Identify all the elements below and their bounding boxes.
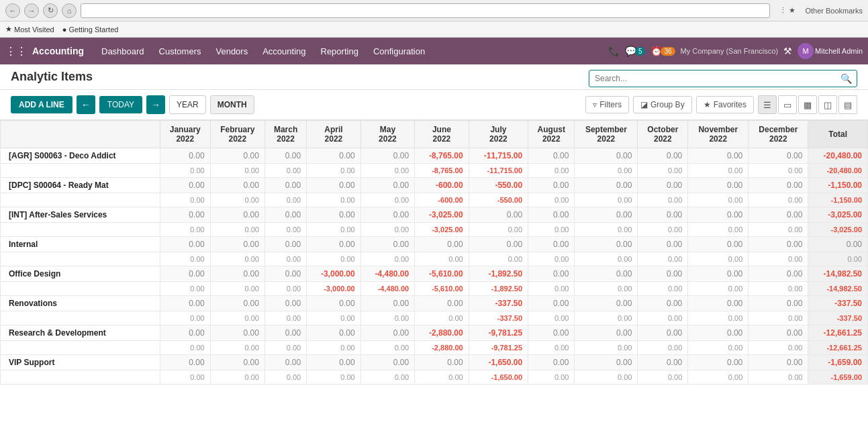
bookmark-getting-started[interactable]: ● Getting Started — [62, 26, 119, 34]
company-name[interactable]: My Company (San Francisco) — [681, 47, 779, 55]
chart-view-button[interactable]: ▩ — [798, 95, 817, 114]
cell-value: -5,610.00 — [415, 282, 469, 296]
cell-value: 0.00 — [749, 296, 808, 311]
grid-view-button[interactable]: ▤ — [838, 95, 857, 114]
search-input[interactable] — [589, 70, 857, 87]
cell-value: -1,659.00 — [808, 370, 868, 385]
favorites-button[interactable]: ★ Favorites — [696, 96, 754, 113]
bookmarks-bar: ★ Most Visited ● Getting Started — [0, 21, 868, 38]
cell-value: 0.00 — [688, 341, 749, 355]
cell-value: 0.00 — [160, 164, 210, 178]
cell-value: -9,781.25 — [469, 326, 528, 341]
today-button[interactable]: TODAY — [99, 96, 142, 113]
cell-value: 0.00 — [307, 148, 361, 164]
cell-value: 0.00 — [575, 355, 638, 370]
cell-value: 0.00 — [575, 148, 638, 164]
cell-value: 0.00 — [415, 311, 469, 326]
filters-button[interactable]: ▿ Filters — [585, 96, 629, 113]
cell-value: 0.00 — [575, 178, 638, 193]
cell-value: 0.00 — [307, 193, 361, 207]
year-button[interactable]: YEAR — [169, 95, 206, 114]
table-row: 0.000.000.000.000.00-8,765.00-11,715.000… — [1, 164, 868, 178]
cell-value: 0.00 — [160, 237, 210, 252]
cell-value: 0.00 — [210, 266, 264, 282]
col-header-jun: June2022 — [415, 121, 469, 148]
cell-value: 0.00 — [575, 223, 638, 237]
cell-value: 0.00 — [307, 164, 361, 178]
next-period-button[interactable]: → — [146, 95, 165, 114]
col-header-may: May2022 — [360, 121, 415, 148]
refresh-button[interactable]: ↻ — [43, 3, 58, 18]
cell-value: 0.00 — [307, 370, 361, 385]
nav-vendors[interactable]: Vendors — [209, 42, 254, 60]
cell-value: 0.00 — [210, 311, 264, 326]
cell-value: 0.00 — [749, 355, 808, 370]
cell-value: 0.00 — [528, 223, 575, 237]
view-icons: ☰ ▭ ▩ ◫ ▤ — [758, 95, 857, 114]
filter-icon: ▿ — [593, 100, 597, 109]
add-line-button[interactable]: ADD A LINE — [11, 96, 73, 113]
cell-value: 0.00 — [638, 355, 688, 370]
cell-value: 0.00 — [749, 326, 808, 341]
cell-value: -337.50 — [808, 296, 868, 311]
cell-value: -3,025.00 — [415, 207, 469, 223]
forward-button[interactable]: → — [24, 3, 39, 18]
col-header-aug: August2022 — [528, 121, 575, 148]
nav-dashboard[interactable]: Dashboard — [95, 42, 151, 60]
prev-period-button[interactable]: ← — [77, 95, 95, 114]
cell-value: 0.00 — [688, 266, 749, 282]
cell-value: -550.00 — [469, 178, 528, 193]
home-button[interactable]: ⌂ — [62, 3, 77, 18]
month-button[interactable]: MONTH — [210, 95, 254, 114]
activities-icon[interactable]: ⏰ 36 — [650, 46, 675, 56]
col-header-dec: December2022 — [749, 121, 808, 148]
nav-customers[interactable]: Customers — [152, 42, 208, 60]
cell-value: -12,661.25 — [808, 341, 868, 355]
phone-icon[interactable]: 📞 — [608, 46, 620, 56]
pivot-view-button[interactable]: ◫ — [818, 95, 837, 114]
table-row: [AGR] S00063 - Deco Addict0.000.000.000.… — [1, 148, 868, 164]
cell-value: 0.00 — [210, 296, 264, 311]
cell-value: 0.00 — [749, 282, 808, 296]
cell-value: 0.00 — [360, 178, 415, 193]
cell-value: 0.00 — [264, 223, 306, 237]
cell-value: 0.00 — [749, 252, 808, 266]
cell-value: 0.00 — [688, 296, 749, 311]
col-header-apr: April2022 — [307, 121, 361, 148]
apps-grid-icon[interactable]: ⋮⋮ — [5, 45, 27, 58]
cell-value: 0.00 — [160, 341, 210, 355]
group-by-button[interactable]: ◪ Group By — [633, 96, 692, 113]
table-row: Office Design0.000.000.00-3,000.00-4,480… — [1, 266, 868, 282]
url-bar[interactable] — [81, 3, 770, 18]
settings-icon[interactable]: ⚒ — [783, 46, 792, 56]
cell-value: 0.00 — [264, 207, 306, 223]
cell-value: 0.00 — [688, 193, 749, 207]
cell-value: 0.00 — [307, 252, 361, 266]
nav-reporting[interactable]: Reporting — [314, 42, 365, 60]
bookmark-most-visited[interactable]: ★ Most Visited — [5, 25, 54, 34]
cell-value: 0.00 — [360, 326, 415, 341]
nav-accounting[interactable]: Accounting — [256, 42, 312, 60]
back-button[interactable]: ← — [5, 3, 20, 18]
cell-value: 0.00 — [264, 148, 306, 164]
col-header-oct: October2022 — [638, 121, 688, 148]
cell-value: 0.00 — [469, 223, 528, 237]
kanban-view-button[interactable]: ▭ — [778, 95, 797, 114]
group-icon: ◪ — [640, 100, 648, 109]
table-row: Research & Development0.000.000.000.000.… — [1, 326, 868, 341]
cell-value: -600.00 — [415, 178, 469, 193]
cell-value: 0.00 — [638, 311, 688, 326]
cell-value: 0.00 — [210, 164, 264, 178]
cell-value: -8,765.00 — [415, 164, 469, 178]
table-row: 0.000.000.000.000.000.00-337.500.000.000… — [1, 311, 868, 326]
list-view-button[interactable]: ☰ — [758, 95, 777, 114]
cell-value: 0.00 — [575, 193, 638, 207]
cell-value: 0.00 — [528, 282, 575, 296]
user-avatar[interactable]: M Mitchell Admin — [798, 43, 863, 59]
cell-value: 0.00 — [210, 193, 264, 207]
nav-configuration[interactable]: Configuration — [367, 42, 432, 60]
table-row: Internal0.000.000.000.000.000.000.000.00… — [1, 237, 868, 252]
messages-icon[interactable]: 💬 5 — [625, 46, 646, 56]
cell-value: 0.00 — [160, 266, 210, 282]
app-name[interactable]: Accounting — [32, 46, 84, 56]
